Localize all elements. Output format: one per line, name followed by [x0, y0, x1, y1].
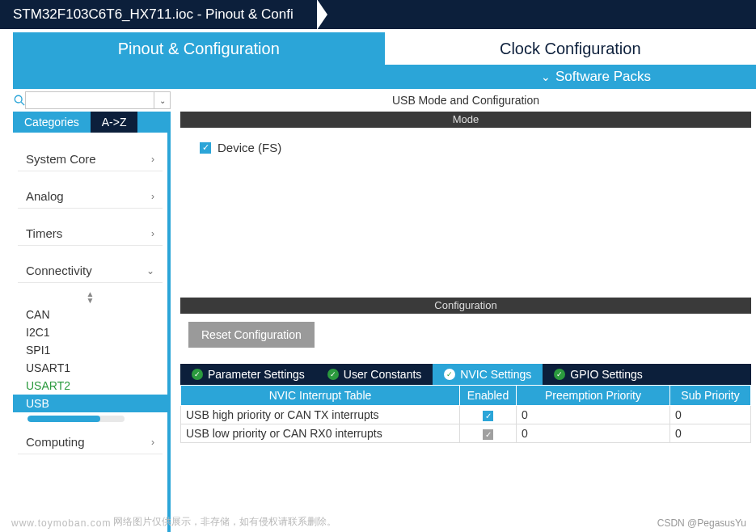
group-timers[interactable]: Timers› [18, 222, 163, 246]
group-label: Analog [26, 189, 64, 203]
panel-title: USB Mode and Configuration [180, 89, 751, 112]
tab-gpio-settings[interactable]: ✓GPIO Settings [543, 364, 653, 385]
search-row: ⌄ [13, 89, 171, 112]
breadcrumb[interactable]: STM32F103C6T6_HX711.ioc - Pinout & Confi [0, 0, 316, 29]
cell-enabled[interactable]: ✓ [460, 406, 517, 424]
tab-parameter-settings[interactable]: ✓Parameter Settings [180, 364, 316, 385]
device-fs-label: Device (FS) [218, 141, 281, 154]
reset-configuration-button[interactable]: Reset Configuration [188, 322, 315, 348]
tab-categories[interactable]: Categories [13, 112, 91, 133]
check-circle-icon: ✓ [327, 369, 339, 380]
group-label: Timers [26, 226, 62, 240]
category-tab-bar: Categories A->Z [13, 112, 171, 133]
periph-can[interactable]: CAN [13, 306, 167, 323]
main-tabs: Pinout & Configuration Clock Configurati… [0, 32, 756, 65]
svg-line-1 [21, 102, 24, 105]
col-enabled[interactable]: Enabled [460, 386, 517, 406]
table-row[interactable]: USB low priority or CAN RX0 interrupts ✓… [181, 424, 751, 443]
periph-usb[interactable]: USB [13, 395, 167, 412]
chevron-right-icon: › [151, 154, 154, 165]
watermark-text: www.toymoban.com [11, 517, 111, 529]
chevron-right-icon: › [151, 228, 154, 239]
periph-spi1[interactable]: SPI1 [13, 341, 167, 359]
periph-i2c1[interactable]: I2C1 [13, 323, 167, 341]
col-sub-priority[interactable]: Sub Priority [670, 386, 751, 406]
software-packs-label: Software Packs [555, 69, 651, 85]
cell-sub[interactable]: 0 [670, 424, 751, 443]
chevron-right-icon: › [151, 437, 154, 448]
cell-enabled[interactable]: ✓ [460, 424, 517, 443]
sort-icon[interactable]: ▲▼ [13, 289, 167, 306]
search-input[interactable] [26, 92, 154, 108]
config-body: Reset Configuration ✓Parameter Settings … [180, 314, 751, 451]
search-icon[interactable] [13, 95, 25, 106]
periph-usart1[interactable]: USART1 [13, 359, 167, 377]
periph-usart2[interactable]: USART2 [13, 377, 167, 395]
connectivity-sublist: ▲▼ CAN I2C1 SPI1 USART1 USART2 USB [13, 289, 167, 422]
group-label: System Core [26, 152, 96, 166]
tab-label: GPIO Settings [570, 368, 642, 381]
software-packs-bar[interactable]: ⌄ Software Packs [13, 65, 756, 89]
search-dropdown-icon[interactable]: ⌄ [154, 92, 170, 108]
cell-preempt[interactable]: 0 [517, 406, 670, 424]
tab-label: Parameter Settings [208, 368, 305, 381]
category-list: System Core› Analog› Timers› Connectivit… [13, 133, 171, 532]
tab-nvic-settings[interactable]: ✓NVIC Settings [433, 364, 543, 385]
categories-sidebar: ⌄ Categories A->Z System Core› Analog› T… [13, 89, 171, 532]
chevron-down-icon: ⌄ [541, 70, 551, 83]
breadcrumb-bar: STM32F103C6T6_HX711.ioc - Pinout & Confi [0, 0, 756, 29]
credit-text: CSDN @PegasusYu [657, 517, 746, 529]
tab-clock[interactable]: Clock Configuration [385, 32, 757, 65]
nvic-table: NVIC Interrupt Table Enabled Preemption … [180, 385, 751, 443]
breadcrumb-title: STM32F103C6T6_HX711.ioc - Pinout & Confi [13, 6, 294, 23]
chevron-down-icon: ⌄ [146, 265, 154, 277]
mode-header: Mode [180, 112, 751, 128]
group-system-core[interactable]: System Core› [18, 147, 163, 171]
cell-name: USB high priority or CAN TX interrupts [181, 406, 460, 424]
col-interrupt-table[interactable]: NVIC Interrupt Table [181, 386, 460, 406]
col-preemption[interactable]: Preemption Priority [517, 386, 670, 406]
check-circle-icon: ✓ [444, 369, 455, 380]
cell-sub[interactable]: 0 [670, 406, 751, 424]
tab-a-to-z[interactable]: A->Z [91, 112, 138, 133]
group-label: Computing [26, 435, 85, 449]
tab-label: NVIC Settings [460, 368, 531, 381]
checkbox-checked-icon: ✓ [483, 411, 493, 421]
check-icon: ✓ [200, 142, 211, 154]
checkbox-checked-icon: ✓ [483, 429, 493, 440]
svg-point-0 [15, 95, 22, 103]
check-circle-icon: ✓ [554, 369, 565, 380]
tab-label: User Constants [344, 368, 421, 381]
tab-pinout[interactable]: Pinout & Configuration [13, 32, 385, 65]
group-label: Connectivity [26, 264, 92, 277]
device-fs-checkbox[interactable]: ✓ Device (FS) [200, 141, 732, 154]
settings-tabs: ✓Parameter Settings ✓User Constants ✓NVI… [180, 364, 751, 385]
config-header: Configuration [180, 298, 751, 314]
table-row[interactable]: USB high priority or CAN TX interrupts ✓… [181, 406, 751, 424]
group-connectivity[interactable]: Connectivity⌄ [18, 259, 163, 283]
usage-bar [27, 416, 125, 422]
check-circle-icon: ✓ [192, 369, 203, 380]
tab-user-constants[interactable]: ✓User Constants [316, 364, 433, 385]
chevron-right-icon: › [151, 191, 154, 202]
watermark-note: 网络图片仅供展示，非存储，如有侵权请联系删除。 [113, 515, 336, 529]
group-computing[interactable]: Computing› [18, 430, 163, 454]
cell-preempt[interactable]: 0 [517, 424, 670, 443]
mode-body: ✓ Device (FS) [180, 128, 751, 289]
group-analog[interactable]: Analog› [18, 184, 163, 209]
config-panel: USB Mode and Configuration Mode ✓ Device… [171, 89, 756, 532]
cell-name: USB low priority or CAN RX0 interrupts [181, 424, 460, 443]
